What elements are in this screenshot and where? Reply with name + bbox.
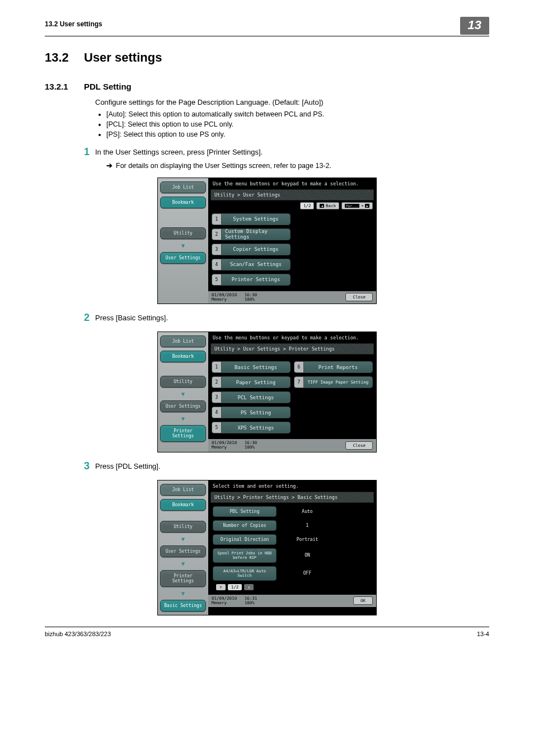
page-footer: bizhub 423/363/283/223 13-4 (45, 627, 489, 637)
job-list-button[interactable]: Job List (160, 484, 206, 496)
running-header-left: 13.2 User settings (45, 17, 102, 28)
user-settings-crumb[interactable]: User Settings (160, 252, 206, 264)
printer-settings-crumb[interactable]: Printer Settings (160, 425, 206, 442)
menu-area: 1Basic Settings 2Paper Setting 3PCL Sett… (208, 359, 376, 437)
status-mem-label: Memory (212, 600, 227, 605)
settings-list: PDL SettingAuto Number of Copies1 Origin… (208, 506, 376, 592)
utility-crumb[interactable]: Utility (160, 227, 206, 239)
menu-area: 1System Settings 2Custom Display Setting… (208, 211, 376, 289)
printer-settings-crumb[interactable]: Printer Settings (160, 570, 206, 587)
bullet-item: [PCL]: Select this option to use PCL onl… (106, 120, 489, 128)
side-column: Job List Bookmark Utility ▼ User Setting… (158, 480, 208, 615)
step-detail-text: For details on displaying the User Setti… (116, 162, 331, 170)
forward-button[interactable]: For...➜▶ (341, 202, 373, 209)
subsection-title: PDL Setting (84, 82, 132, 91)
section-title: User settings (84, 50, 162, 64)
menu-item-printer-settings[interactable]: 5Printer Settings (212, 274, 291, 286)
chevron-down-icon: ▼ (160, 590, 206, 596)
device-screenshot-3: Job List Bookmark Utility ▼ User Setting… (157, 480, 377, 615)
user-settings-crumb[interactable]: User Settings (160, 545, 206, 557)
bookmark-button[interactable]: Bookmark (160, 351, 206, 362)
intro-text: Configure settings for the Page Descript… (95, 97, 489, 108)
bookmark-button[interactable]: Bookmark (160, 197, 206, 208)
page-indicator: 1/2 (228, 584, 242, 590)
running-header: 13.2 User settings 13 (45, 17, 489, 36)
bookmark-button[interactable]: Bookmark (160, 499, 206, 511)
setting-row-autoswitch[interactable]: A4/A3⇔LTR/LGR Auto SwitchOFF (213, 566, 372, 581)
step-text: Press [PDL Setting]. (95, 460, 161, 470)
ok-button[interactable]: OK (353, 596, 373, 605)
status-mem-label: Memory (212, 445, 227, 450)
page-up-button[interactable]: ↑ (216, 584, 226, 590)
chevron-down-icon: ▼ (160, 561, 206, 567)
chevron-down-icon: ▼ (160, 391, 206, 397)
status-bar: 01/09/2010 16:30 Memory 100% Close (208, 291, 376, 304)
setting-row-copies[interactable]: Number of Copies1 (213, 520, 372, 531)
job-list-button[interactable]: Job List (160, 181, 206, 193)
step: 3 Press [PDL Setting]. (45, 460, 489, 472)
bullet-item: [PS]: Select this option to use PS only. (106, 130, 489, 138)
device-screenshot-2: Job List Bookmark Utility ▼ User Setting… (157, 332, 377, 452)
side-column: Job List Bookmark Utility ▼ User Setting… (158, 332, 208, 452)
step: 1 In the User Settings screen, press [Pr… (45, 146, 489, 158)
setting-row-pdl[interactable]: PDL SettingAuto (213, 506, 372, 517)
close-button[interactable]: Close (345, 441, 373, 450)
utility-crumb[interactable]: Utility (160, 376, 206, 388)
step-number: 1 (45, 146, 95, 158)
step-detail: ➔For details on displaying the User Sett… (106, 161, 489, 170)
section-number: 13.2 (45, 50, 84, 65)
status-bar: 01/09/2010 16:30 Memory 100% Close (208, 439, 376, 452)
menu-item-scan-fax[interactable]: 4Scan/Fax Settings (212, 259, 291, 270)
menu-item-basic-settings[interactable]: 1Basic Settings (212, 361, 291, 373)
breadcrumb: Utility > User Settings (210, 189, 374, 200)
setting-row-direction[interactable]: Original DirectionPortrait (213, 534, 372, 545)
chevron-down-icon: ▼ (160, 536, 206, 542)
user-settings-crumb[interactable]: User Settings (160, 400, 206, 412)
footer-model: bizhub 423/363/283/223 (45, 631, 111, 637)
subsection-heading: 13.2.1PDL Setting (45, 82, 489, 91)
side-column: Job List Bookmark Utility ▼ User Setting… (158, 178, 208, 304)
nav-bar: 1/2 ◀Back For...➜▶ (208, 200, 376, 211)
status-mem-value: 100% (245, 445, 255, 450)
instruction-text: Select item and enter setting. (208, 480, 376, 491)
main-area: Select item and enter setting. Utility >… (208, 480, 376, 615)
status-mem-label: Memory (212, 297, 227, 302)
menu-item-paper-setting[interactable]: 2Paper Setting (212, 376, 291, 388)
bullet-list: [Auto]: Select this option to automatica… (106, 110, 489, 138)
chevron-down-icon: ▼ (160, 242, 206, 249)
main-area: Use the menu buttons or keypad to make a… (208, 332, 376, 452)
chapter-tab: 13 (460, 17, 489, 35)
setting-row-spool[interactable]: Spool Print Jobs in HDD before RIPON (213, 548, 372, 563)
page-nav: ↑ 1/2 ↓ (213, 584, 372, 590)
menu-item-copier-settings[interactable]: 3Copier Settings (212, 244, 291, 255)
menu-item-pcl-settings[interactable]: 3PCL Settings (212, 391, 291, 403)
close-button[interactable]: Close (345, 293, 373, 301)
basic-settings-crumb[interactable]: Basic Settings (160, 600, 206, 612)
status-bar: 01/09/2010 16:31 Memory 100% OK (208, 595, 376, 608)
step-number: 2 (45, 312, 95, 324)
menu-item-xps-settings[interactable]: 5XPS Settings (212, 422, 291, 433)
step-text: In the User Settings screen, press [Prin… (95, 146, 263, 156)
section-heading: 13.2User settings (45, 50, 489, 65)
step: 2 Press [Basic Settings]. (45, 312, 489, 324)
menu-item-print-reports[interactable]: 6Print Reports (294, 361, 373, 373)
step-text: Press [Basic Settings]. (95, 312, 168, 322)
menu-item-custom-display[interactable]: 2Custom Display Settings (212, 228, 291, 240)
menu-item-ps-setting[interactable]: 4PS Setting (212, 407, 291, 418)
page-indicator: 1/2 (300, 202, 315, 209)
footer-page: 13-4 (477, 631, 489, 637)
device-screenshot-1: Job List Bookmark Utility ▼ User Setting… (157, 178, 377, 305)
menu-item-tiff-paper[interactable]: 7TIFF Image Paper Setting (294, 376, 373, 388)
page-down-button[interactable]: ↓ (244, 584, 254, 590)
back-button[interactable]: ◀Back (316, 202, 339, 209)
job-list-button[interactable]: Job List (160, 335, 206, 347)
subsection-number: 13.2.1 (45, 82, 84, 91)
instruction-text: Use the menu buttons or keypad to make a… (208, 332, 376, 342)
chevron-down-icon: ▼ (160, 416, 206, 422)
main-area: Use the menu buttons or keypad to make a… (208, 178, 376, 304)
menu-item-system-settings[interactable]: 1System Settings (212, 213, 291, 225)
utility-crumb[interactable]: Utility (160, 521, 206, 533)
step-number: 3 (45, 460, 95, 472)
instruction-text: Use the menu buttons or keypad to make a… (208, 178, 376, 188)
status-mem-value: 100% (245, 297, 255, 302)
